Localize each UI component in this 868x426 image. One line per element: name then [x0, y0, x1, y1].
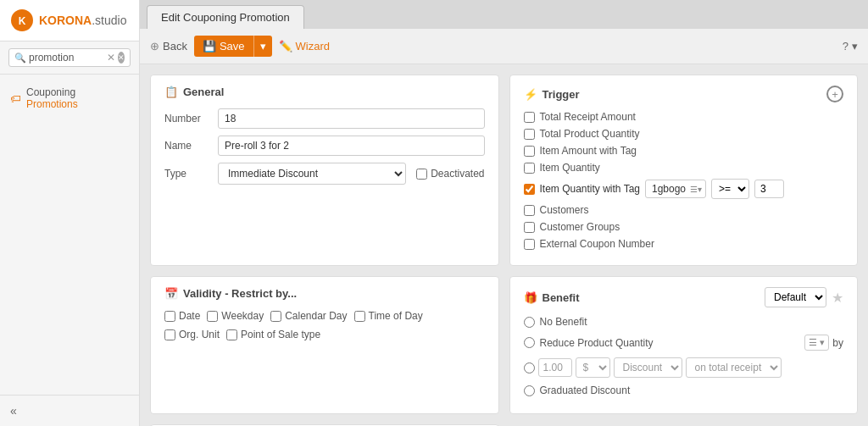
deactivated-checkbox-label: Deactivated [416, 168, 484, 180]
save-dropdown-button[interactable]: ▾ [253, 36, 272, 57]
discount-radio[interactable] [524, 362, 535, 373]
validity-calendar-day-checkbox[interactable] [270, 311, 281, 322]
operator-select[interactable]: >= > = < [711, 179, 749, 199]
back-icon: ⊕ [150, 40, 159, 53]
type-row: Type Immediate Discount Delayed Discount… [164, 163, 485, 185]
search-area: 🔍 ✕ ✕ [0, 41, 139, 75]
name-input[interactable] [218, 136, 485, 156]
wizard-icon: ✏️ [279, 40, 292, 53]
sidebar-bottom: « [0, 395, 139, 426]
general-icon: 📋 [164, 86, 178, 98]
discount-currency-select[interactable]: $ % [576, 357, 610, 378]
benefit-no-benefit: No Benefit [524, 316, 844, 328]
benefit-reduce-product-qty: Reduce Product Quantity ☰ ▾ by [524, 335, 844, 351]
trigger-item-qty-tag-checkbox[interactable] [524, 184, 535, 195]
sidebar-item-label: Couponing Promotions [26, 86, 129, 110]
trigger-item-qty: Item Quantity [524, 162, 844, 174]
trigger-total-product-qty-checkbox[interactable] [524, 129, 535, 140]
validity-time-of-day[interactable]: Time of Day [354, 310, 423, 322]
app-title: KORONA.studio [39, 14, 126, 27]
collapse-sidebar-button[interactable]: « [10, 404, 17, 418]
back-label: Back [163, 40, 187, 53]
validity-date-checkbox[interactable] [164, 311, 175, 322]
benefit-graduated-discount: Graduated Discount [524, 385, 844, 396]
tab-bar: Edit Couponing Promotion [140, 0, 868, 29]
reduce-product-qty-radio[interactable] [524, 337, 535, 348]
trigger-customers-checkbox[interactable] [524, 205, 535, 216]
number-row: Number [164, 108, 485, 129]
discount-amount-input[interactable] [538, 358, 572, 377]
general-card: 📋 General Number Name Type Immediate Dis… [150, 75, 499, 266]
trigger-customer-groups-checkbox[interactable] [524, 222, 535, 233]
wizard-label: Wizard [296, 40, 330, 53]
tag-value: 1gbogo [649, 182, 688, 196]
validity-weekday-checkbox[interactable] [207, 311, 218, 322]
trigger-item-qty-checkbox[interactable] [524, 163, 535, 174]
toolbar-right: ? ▾ [843, 40, 858, 53]
help-dropdown-icon: ▾ [852, 40, 858, 53]
tab-edit-couponing-promotion[interactable]: Edit Couponing Promotion [147, 5, 304, 29]
sidebar-item-couponing-promotions[interactable]: 🏷 Couponing Promotions [0, 81, 139, 115]
trigger-external-coupon: External Coupon Number [524, 238, 844, 250]
trigger-total-product-qty: Total Product Quantity [524, 128, 844, 140]
trigger-total-receipt: Total Receipt Amount [524, 111, 844, 123]
validity-weekday[interactable]: Weekday [207, 310, 264, 322]
save-button[interactable]: 💾 Save ▾ [194, 36, 272, 57]
benefit-discount-row: $ % Discount on total receipt [524, 357, 844, 378]
validity-point-of-sale[interactable]: Point of Sale type [226, 329, 320, 340]
validity-icon: 📅 [164, 287, 178, 300]
cancel-search-button[interactable]: ✕ [118, 52, 125, 64]
main-content: Edit Couponing Promotion ⊕ Back 💾 Save ▾… [140, 0, 868, 426]
validity-time-of-day-checkbox[interactable] [354, 311, 365, 322]
star-button[interactable]: ★ [832, 290, 843, 306]
general-card-title: 📋 General [164, 86, 485, 98]
svg-text:K: K [19, 15, 26, 27]
trigger-card: ⚡ Trigger + Total Receipt Amount Total P… [509, 75, 859, 266]
trigger-card-title: ⚡ Trigger [524, 88, 580, 101]
trigger-item-qty-tag: Item Quantity with Tag 1gbogo ☰ ▾ >= > =… [524, 179, 844, 199]
validity-date[interactable]: Date [164, 310, 200, 322]
trigger-item-amount-tag-checkbox[interactable] [524, 146, 535, 157]
trigger-item-amount-tag: Item Amount with Tag [524, 145, 844, 157]
graduated-discount-radio[interactable] [524, 385, 535, 396]
clear-search-button[interactable]: ✕ [107, 52, 115, 64]
back-button[interactable]: ⊕ Back [150, 40, 187, 53]
trigger-external-coupon-checkbox[interactable] [524, 239, 535, 250]
benefit-default-select[interactable]: Default [765, 287, 826, 307]
trigger-add-button[interactable]: + [826, 86, 843, 102]
logo-icon: K [10, 8, 34, 32]
benefit-header: 🎁 Benefit Default ★ [524, 287, 844, 307]
list-icon: ☰ ▾ [804, 335, 829, 351]
type-select[interactable]: Immediate Discount Delayed Discount Free… [218, 163, 406, 185]
validity-point-of-sale-checkbox[interactable] [226, 329, 237, 340]
trigger-header: ⚡ Trigger + [524, 86, 844, 102]
on-total-select[interactable]: on total receipt [686, 357, 782, 378]
benefit-card: 🎁 Benefit Default ★ No Benefit Reduce Pr… [509, 276, 859, 414]
search-icon: 🔍 [14, 53, 26, 64]
trigger-customers: Customers [524, 204, 844, 216]
no-benefit-radio[interactable] [524, 317, 535, 328]
validity-calendar-day[interactable]: Calendar Day [270, 310, 347, 322]
validity-org-unit[interactable]: Org. Unit [164, 329, 220, 340]
wizard-button[interactable]: ✏️ Wizard [279, 40, 330, 53]
save-icon: 💾 [203, 40, 216, 53]
tag-dropdown-icon: ▾ [698, 185, 702, 194]
search-input[interactable] [29, 52, 105, 64]
number-input[interactable] [218, 108, 485, 129]
trigger-total-receipt-checkbox[interactable] [524, 112, 535, 123]
benefit-card-title: Benefit [542, 291, 580, 304]
logo-area: K KORONA.studio [0, 0, 139, 41]
threshold-input[interactable] [754, 180, 784, 198]
toolbar: ⊕ Back 💾 Save ▾ ✏️ Wizard ? ▾ [140, 29, 868, 64]
tag-icon: 🏷 [10, 92, 21, 105]
benefit-controls: Default ★ [765, 287, 843, 307]
validity-org-unit-checkbox[interactable] [164, 329, 175, 340]
trigger-customer-groups: Customer Groups [524, 221, 844, 233]
sidebar-nav: 🏷 Couponing Promotions [0, 75, 139, 122]
form-area: 📋 General Number Name Type Immediate Dis… [140, 64, 868, 426]
deactivated-checkbox[interactable] [416, 169, 427, 180]
discount-type-select[interactable]: Discount [614, 357, 682, 378]
tag-list-icon: ☰ [690, 185, 698, 194]
validity-checkboxes: Date Weekday Calendar Day Time of Day Or… [164, 310, 485, 340]
help-button[interactable]: ? [843, 40, 849, 53]
